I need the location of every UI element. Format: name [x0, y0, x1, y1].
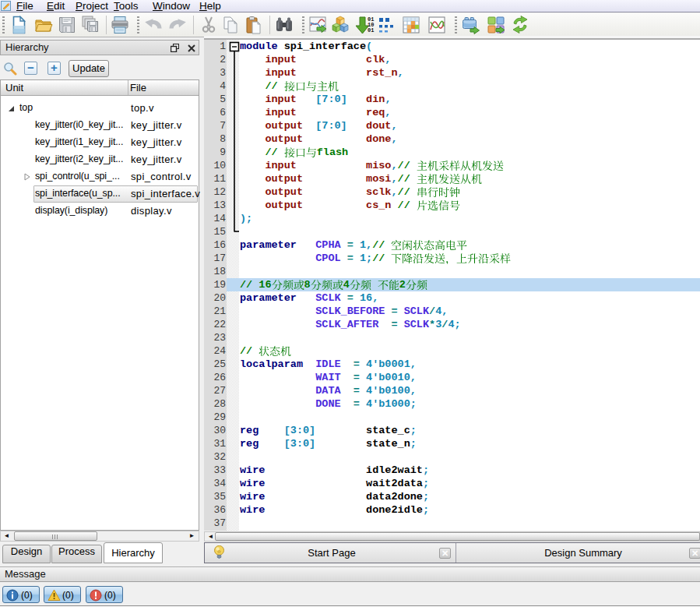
- svg-text:01: 01: [368, 27, 374, 34]
